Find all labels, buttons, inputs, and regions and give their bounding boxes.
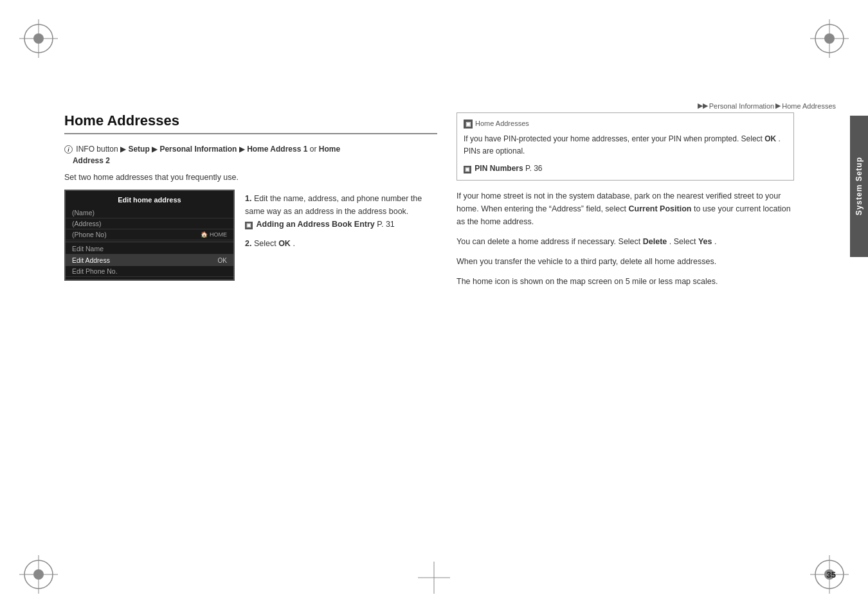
screen-title: Edit home address — [66, 195, 233, 205]
ref-icon-pin: ▣ — [464, 166, 471, 173]
breadcrumb: ▶▶ Personal Information ▶ Home Addresses — [698, 102, 836, 110]
ref-icon-1: ▣ — [245, 222, 253, 229]
breadcrumb-item1: Personal Information — [709, 102, 775, 110]
info-arrow1: ▶ — [152, 145, 159, 154]
note-icon: ▣ — [464, 120, 473, 129]
bottom-center-mark — [418, 562, 450, 594]
step2-ok: OK — [278, 239, 291, 248]
corner-decoration-bl — [19, 555, 58, 594]
intro-text: Set two home addresses that you frequent… — [64, 173, 437, 182]
page-number: 35 — [827, 570, 836, 580]
body-para-3: You can delete a home address if necessa… — [457, 235, 794, 248]
ok-label: OK — [218, 257, 227, 264]
page-title: Home Addresses — [64, 112, 437, 134]
note-pin-ref: ▣ PIN Numbers P. 36 — [464, 163, 787, 175]
steps: 1. Edit the name, address, and phone num… — [245, 192, 437, 256]
info-or: or — [310, 145, 319, 154]
screen-row-address: (Address) — [66, 218, 233, 229]
body-para-2: If your home street is not in the system… — [457, 190, 794, 228]
body-para-4: When you transfer the vehicle to a third… — [457, 255, 794, 268]
step-2: 2. Select OK . — [245, 237, 437, 250]
right-panel: ▣ Home Addresses If you have PIN-protect… — [457, 112, 817, 295]
step-1: 1. Edit the name, address, and phone num… — [245, 192, 437, 231]
breadcrumb-arrows: ▶▶ — [698, 102, 708, 110]
screen-divider — [66, 242, 233, 242]
info-icon: i — [64, 145, 73, 154]
screen-row-phone: (Phone No) 🏠 HOME — [66, 229, 233, 240]
step1-link: Adding an Address Book Entry — [256, 220, 374, 229]
breadcrumb-item2: Home Addresses — [782, 102, 836, 110]
screen-row-edit-address: Edit Address OK — [66, 254, 233, 266]
page: System Setup ▶▶ Personal Information ▶ H… — [0, 0, 868, 613]
main-content: Home Addresses i INFO button ▶ Setup ▶ P… — [64, 112, 437, 290]
info-setup: Setup — [128, 145, 149, 154]
note-box: ▣ Home Addresses If you have PIN-protect… — [457, 112, 794, 181]
info-arrow2: ▶ — [239, 145, 247, 154]
info-home-addr1: Home Address 1 — [247, 145, 307, 154]
home-icon: 🏠 HOME — [201, 231, 227, 238]
body-para-5: The home icon is shown on the map screen… — [457, 275, 794, 288]
screen-mockup: Edit home address (Name) (Address) (Phon… — [64, 190, 235, 281]
screen-row-name: (Name) — [66, 208, 233, 218]
note-box-title: ▣ Home Addresses — [464, 118, 787, 130]
corner-decoration-tl — [19, 19, 58, 58]
sidebar-tab: System Setup — [850, 116, 868, 257]
info-line: i INFO button ▶ Setup ▶ Personal Informa… — [64, 143, 437, 166]
info-prefix: INFO button ▶ — [76, 145, 128, 154]
info-personal-info: Personal Information — [159, 145, 237, 154]
breadcrumb-arrow2: ▶ — [775, 102, 781, 110]
sidebar-tab-label: System Setup — [854, 157, 863, 215]
note-para1: If you have PIN-protected your home addr… — [464, 133, 787, 157]
screen-row-edit-name: Edit Name — [66, 244, 233, 254]
corner-decoration-tr — [810, 19, 849, 58]
screen-row-edit-phone: Edit Phone No. — [66, 266, 233, 277]
screen-and-steps: Edit home address (Name) (Address) (Phon… — [64, 190, 437, 290]
